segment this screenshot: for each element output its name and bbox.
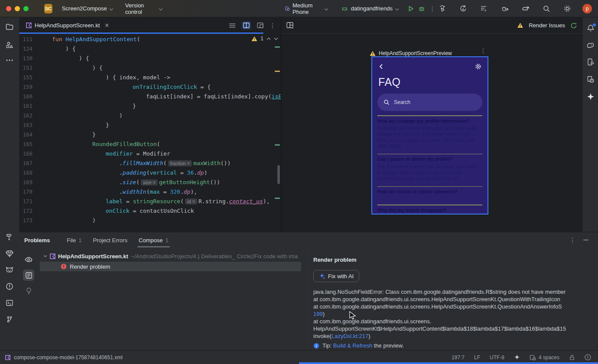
maximize-window-button[interactable] bbox=[23, 6, 29, 11]
logcat-icon[interactable] bbox=[5, 266, 14, 274]
build-tool-icon[interactable] bbox=[5, 233, 14, 241]
close-window-button[interactable] bbox=[6, 6, 11, 11]
code-line-167[interactable]: 167.fillMaxWidth(fraction =maxWidth()) bbox=[19, 159, 281, 168]
next-issue-icon[interactable] bbox=[274, 37, 278, 40]
editor-more-icon[interactable]: ⋮ bbox=[270, 24, 276, 27]
render-problem-row[interactable]: Render problem bbox=[40, 262, 301, 271]
project-tool-icon[interactable] bbox=[5, 23, 14, 31]
unlock-icon[interactable] bbox=[569, 354, 575, 361]
settings-gear-icon[interactable] bbox=[562, 3, 573, 14]
panel-options-icon[interactable]: ⋮ bbox=[569, 239, 575, 241]
more-tool-windows-icon[interactable] bbox=[6, 59, 13, 62]
apply-changes-restart-icon[interactable]: s bbox=[478, 3, 490, 14]
code-line-161[interactable]: 161} bbox=[19, 101, 281, 111]
run-configuration-selector[interactable]: datingandfriends bbox=[335, 3, 405, 15]
code-line-162[interactable]: 162) bbox=[19, 111, 281, 120]
encoding-indicator[interactable]: UTF-8 bbox=[490, 354, 504, 361]
refresh-preview-icon[interactable] bbox=[570, 22, 577, 29]
code-token: fillMaxWidth bbox=[123, 160, 163, 166]
prev-issue-icon[interactable] bbox=[266, 37, 271, 40]
code-line-173[interactable]: 173) bbox=[19, 216, 281, 225]
error-highlight-status-icon[interactable] bbox=[585, 354, 591, 361]
ai-sparkle-icon[interactable] bbox=[514, 354, 520, 361]
hide-panel-icon[interactable] bbox=[583, 240, 588, 240]
quick-fix-bulb-icon[interactable] bbox=[23, 285, 34, 296]
code-line-159[interactable]: 159onTrailingIconClick = { bbox=[19, 82, 281, 92]
faq-title: FAQ bbox=[372, 70, 488, 88]
indent-indicator[interactable]: 4 spaces bbox=[530, 354, 559, 361]
search-everywhere-icon[interactable] bbox=[541, 3, 552, 14]
code-line-165[interactable]: 165RoundedFilledButton( bbox=[19, 140, 281, 149]
problems-file-row[interactable]: HelpAndSupportScreen.kt ~/AndroidStudioP… bbox=[38, 251, 308, 261]
preview-toggle-eye-icon[interactable] bbox=[23, 254, 34, 265]
stack-trace-link[interactable]: LazyDsl.kt:217 bbox=[332, 333, 368, 339]
running-devices-icon[interactable] bbox=[587, 58, 595, 66]
terminal-tool-icon[interactable] bbox=[5, 299, 14, 307]
android-icon bbox=[341, 6, 348, 12]
faq-chevron-icon: › bbox=[479, 121, 484, 122]
code-line-168[interactable]: 168.padding(vertical = 36.dp) bbox=[19, 168, 281, 178]
device-selector[interactable]: Medium Phone bbox=[279, 3, 333, 15]
code-token: . bbox=[180, 188, 184, 195]
code-line-151[interactable]: 151) { bbox=[19, 63, 281, 73]
resource-manager-icon[interactable] bbox=[5, 41, 14, 49]
code-line-111[interactable]: 111fun HelpAndSupportContent( bbox=[19, 35, 281, 44]
editor-split-view-icon[interactable] bbox=[242, 21, 251, 29]
fix-with-ai-button[interactable]: Fix with AI bbox=[313, 270, 359, 282]
caret-position[interactable]: 197:7 bbox=[452, 354, 465, 361]
code-line-171[interactable]: 171label = stringResource(id =R.string.c… bbox=[19, 197, 281, 206]
preview-label-row[interactable]: HelpAndSupportScreenPreview ⋮ bbox=[370, 50, 452, 56]
vcs-menu[interactable]: Version control bbox=[119, 3, 168, 15]
more-run-options-button[interactable]: ⋮ bbox=[428, 3, 437, 14]
code-text: ) { bbox=[32, 54, 89, 63]
code-area[interactable]: 111fun HelpAndSupportContent(124) {130) … bbox=[19, 34, 281, 232]
close-tab-icon[interactable]: ✕ bbox=[104, 22, 109, 29]
code-token: maxWidth bbox=[193, 160, 221, 166]
problems-tool-icon[interactable] bbox=[5, 282, 14, 291]
bottom-accent-strip bbox=[299, 362, 598, 364]
code-line-124[interactable]: 124) { bbox=[19, 44, 281, 54]
code-line-166[interactable]: 166modifier = Modifier bbox=[19, 149, 281, 159]
problems-tab-file[interactable]: File1 bbox=[61, 232, 87, 248]
attach-debugger-icon[interactable] bbox=[499, 3, 510, 14]
code-line-155[interactable]: 155) { index, model -> bbox=[19, 73, 281, 82]
stack-trace-link[interactable]: 199 bbox=[313, 311, 323, 317]
preview-grid-layout-icon[interactable] bbox=[286, 22, 294, 29]
code-text: ) bbox=[32, 216, 96, 225]
run-button[interactable] bbox=[406, 3, 416, 14]
profiler-icon[interactable] bbox=[520, 3, 531, 14]
version-control-tool-icon[interactable] bbox=[5, 315, 14, 324]
code-text: ) { bbox=[32, 44, 75, 54]
code-line-163[interactable]: 163} bbox=[19, 120, 281, 130]
editor-list-view-icon[interactable] bbox=[229, 23, 236, 29]
layout-inspector-icon[interactable] bbox=[587, 75, 595, 83]
project-menu[interactable]: Screen2Compose bbox=[56, 3, 119, 15]
details-view-icon[interactable] bbox=[23, 270, 34, 281]
editor-tab[interactable]: HelpAndSupportScreen.kt ✕ bbox=[19, 17, 114, 33]
code-line-164[interactable]: 164} bbox=[19, 130, 281, 140]
code-line-172[interactable]: 172onClick = contactUsOnClick bbox=[19, 206, 281, 216]
code-line-169[interactable]: 169.size(size =getButtonHeight()) bbox=[19, 178, 281, 187]
build-run-icon[interactable] bbox=[437, 3, 448, 14]
preview-options-icon[interactable]: ⋮ bbox=[480, 49, 486, 52]
app-quality-insights-icon[interactable] bbox=[5, 249, 14, 258]
editor-design-view-icon[interactable] bbox=[257, 23, 263, 28]
apply-code-changes-icon[interactable]: A bbox=[458, 3, 469, 14]
problems-tab-project-errors[interactable]: Project Errors bbox=[87, 232, 133, 248]
code-line-170[interactable]: 170.widthIn(max = 320.dp), bbox=[19, 187, 281, 197]
render-issues-label[interactable]: Render Issues bbox=[529, 22, 565, 29]
editor-scrollbar[interactable] bbox=[277, 165, 280, 184]
gradle-icon[interactable] bbox=[586, 42, 595, 49]
inspection-widget[interactable]: 1 bbox=[251, 36, 278, 42]
gemini-ai-icon[interactable] bbox=[587, 93, 595, 101]
notifications-icon[interactable] bbox=[587, 24, 595, 32]
build-refresh-link[interactable]: Build & Refresh bbox=[333, 342, 372, 349]
minimize-window-button[interactable] bbox=[15, 6, 20, 11]
debug-button[interactable] bbox=[417, 3, 426, 14]
code-line-130[interactable]: 130) { bbox=[19, 54, 281, 63]
code-line-160[interactable]: 160faqList[index] = faqList[index].copy(… bbox=[19, 92, 281, 101]
phone-preview-frame[interactable]: FAQ Search How do I change my profile in… bbox=[371, 56, 488, 214]
line-ending-indicator[interactable]: LF bbox=[474, 354, 480, 361]
problems-tab-compose[interactable]: Compose1 bbox=[133, 232, 174, 248]
user-avatar[interactable]: p bbox=[582, 4, 592, 13]
